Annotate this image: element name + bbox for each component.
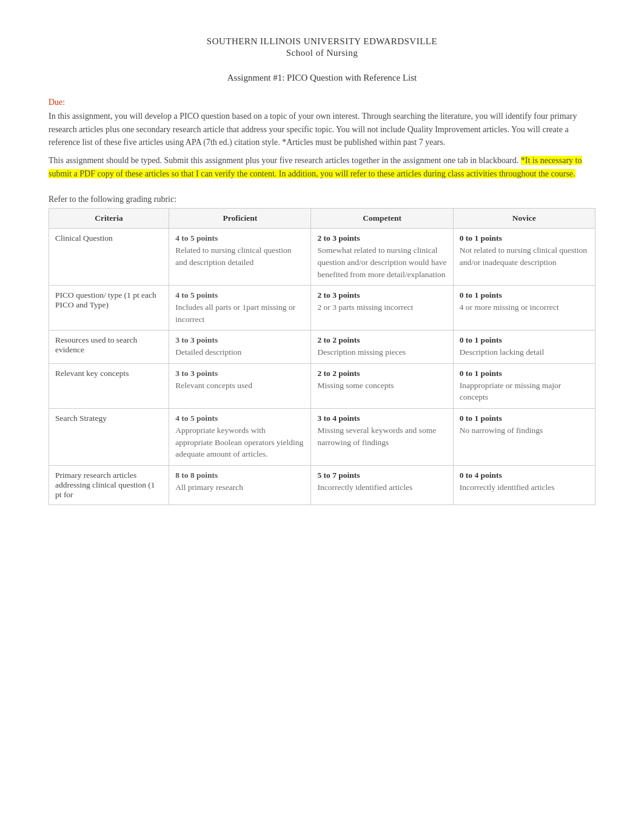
proficient-points: 8 to 8 points [175,471,304,480]
competent-points: 3 to 4 points [317,414,446,423]
competent-points: 2 to 2 points [317,335,446,345]
novice-points: 0 to 4 points [460,471,589,480]
criteria-cell: Search Strategy [49,408,169,465]
competent-text: Description missing pieces [317,347,405,357]
header-criteria: Criteria [49,209,169,229]
competent-text: Missing several keywords and some narrow… [317,426,436,447]
rubric-intro: Refer to the following grading rubric: [49,195,595,204]
competent-text: Missing some concepts [317,381,394,390]
due-label: Due: [49,98,595,107]
novice-points: 0 to 1 points [460,233,589,243]
proficient-text: Relevant concepts used [175,381,252,390]
school-name: School of Nursing [49,48,595,58]
proficient-points: 4 to 5 points [175,233,304,243]
table-row: PICO question/ type (1 pt each PICO and … [49,286,595,330]
proficient-points: 3 to 3 points [175,335,304,345]
proficient-cell: 3 to 3 points Relevant concepts used [169,363,311,408]
proficient-cell: 3 to 3 points Detailed description [169,330,311,364]
header-novice: Novice [453,209,595,229]
novice-cell: 0 to 4 points Incorrectly identified art… [453,465,595,505]
proficient-points: 3 to 3 points [175,369,304,378]
competent-points: 2 to 3 points [317,233,446,243]
table-row: Clinical Question 4 to 5 points Related … [49,229,595,286]
competent-cell: 2 to 3 points 2 or 3 parts missing incor… [311,286,453,330]
intro-paragraph-1: In this assignment, you will develop a P… [49,110,595,149]
novice-points: 0 to 1 points [460,414,589,423]
novice-cell: 0 to 1 points Not related to nursing cli… [453,229,595,286]
novice-text: Not related to nursing clinical question… [460,246,587,267]
proficient-text: All primary research [175,483,243,492]
novice-cell: 0 to 1 points 4 or more missing or incor… [453,286,595,330]
proficient-points: 4 to 5 points [175,414,304,423]
novice-text: Description lacking detail [460,347,544,357]
table-row: Relevant key concepts 3 to 3 points Rele… [49,363,595,408]
proficient-cell: 4 to 5 points Related to nursing clinica… [169,229,311,286]
criteria-cell: Primary research articles addressing cli… [49,465,169,505]
proficient-cell: 4 to 5 points Appropriate keywords with … [169,408,311,465]
proficient-text: Appropriate keywords with appropriate Bo… [175,426,303,458]
novice-text: 4 or more missing or incorrect [460,303,559,312]
novice-points: 0 to 1 points [460,335,589,345]
competent-points: 2 to 2 points [317,369,446,378]
document-header: SOUTHERN ILLINOIS UNIVERSITY EDWARDSVILL… [49,36,595,58]
competent-cell: 5 to 7 points Incorrectly identified art… [311,465,453,505]
novice-points: 0 to 1 points [460,290,589,300]
novice-cell: 0 to 1 points Description lacking detail [453,330,595,364]
proficient-text: Includes all parts or 1part missing or i… [175,303,295,324]
proficient-text: Related to nursing clinical question and… [175,246,291,267]
novice-text: No narrowing of findings [460,426,543,435]
competent-cell: 2 to 3 points Somewhat related to nursin… [311,229,453,286]
proficient-points: 4 to 5 points [175,290,304,300]
criteria-cell: PICO question/ type (1 pt each PICO and … [49,286,169,330]
competent-points: 2 to 3 points [317,290,446,300]
header-competent: Competent [311,209,453,229]
criteria-cell: Resources used to search evidence [49,330,169,364]
proficient-cell: 8 to 8 points All primary research [169,465,311,505]
criteria-cell: Clinical Question [49,229,169,286]
criteria-cell: Relevant key concepts [49,363,169,408]
intro-paragraph-2: This assignment should be typed. Submit … [49,154,595,180]
novice-cell: 0 to 1 points No narrowing of findings [453,408,595,465]
competent-cell: 2 to 2 points Description missing pieces [311,330,453,364]
proficient-cell: 4 to 5 points Includes all parts or 1par… [169,286,311,330]
competent-cell: 3 to 4 points Missing several keywords a… [311,408,453,465]
table-row: Primary research articles addressing cli… [49,465,595,505]
header-proficient: Proficient [169,209,311,229]
table-row: Search Strategy 4 to 5 points Appropriat… [49,408,595,465]
competent-points: 5 to 7 points [317,471,446,480]
novice-text: Inappropriate or missing major concepts [460,381,562,402]
competent-text: 2 or 3 parts missing incorrect [317,303,413,312]
rubric-table: Criteria Proficient Competent Novice Cli… [49,208,595,505]
novice-points: 0 to 1 points [460,369,589,378]
table-row: Resources used to search evidence 3 to 3… [49,330,595,364]
competent-cell: 2 to 2 points Missing some concepts [311,363,453,408]
university-name: SOUTHERN ILLINOIS UNIVERSITY EDWARDSVILL… [49,36,595,47]
novice-cell: 0 to 1 points Inappropriate or missing m… [453,363,595,408]
proficient-text: Detailed description [175,347,241,357]
assignment-title: Assignment #1: PICO Question with Refere… [49,73,595,83]
novice-text: Incorrectly identified articles [460,483,555,492]
competent-text: Somewhat related to nursing clinical que… [317,246,446,278]
competent-text: Incorrectly identified articles [317,483,412,492]
